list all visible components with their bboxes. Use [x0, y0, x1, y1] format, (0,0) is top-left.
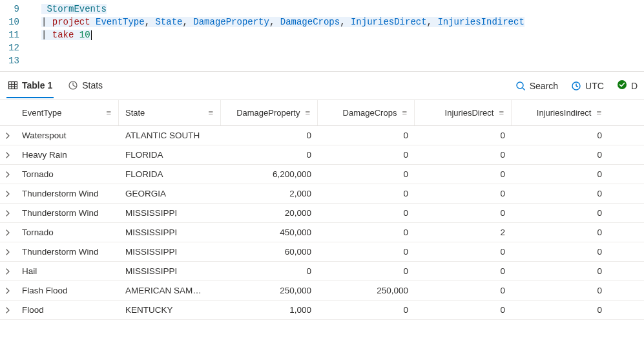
- cell-damagecrops: 0: [318, 247, 415, 257]
- table-row[interactable]: Thunderstorm WindGEORGIA2,000000: [0, 184, 644, 204]
- table-row[interactable]: Thunderstorm WindMISSISSIPPI60,000000: [0, 242, 644, 262]
- code-token: ,: [427, 17, 438, 27]
- cell-state: MISSISSIPPI: [119, 208, 221, 218]
- text-cursor: [91, 30, 92, 40]
- code-line[interactable]: 11| take 10: [0, 28, 644, 41]
- table-row[interactable]: Flash FloodAMERICAN SAM…250,000250,00000: [0, 281, 644, 301]
- tab-table[interactable]: Table 1: [6, 74, 54, 98]
- table-row[interactable]: Heavy RainFLORIDA0000: [0, 145, 644, 165]
- code-token: |: [41, 30, 52, 40]
- cell-injuriesindirect: 0: [512, 208, 608, 218]
- row-expander[interactable]: [0, 191, 16, 197]
- column-menu-icon[interactable]: ≡: [305, 108, 311, 118]
- code-line[interactable]: 13: [0, 54, 644, 67]
- chevron-right-icon: [5, 171, 11, 178]
- utc-button[interactable]: UTC: [571, 81, 604, 91]
- chevron-right-icon: [5, 132, 11, 139]
- cell-damagecrops: 0: [318, 208, 415, 218]
- cell-damagecrops: 0: [318, 169, 415, 179]
- cell-injuriesindirect: 0: [512, 228, 608, 237]
- row-expander[interactable]: [0, 152, 16, 158]
- cell-damageproperty: 0: [221, 131, 318, 140]
- cell-injuriesdirect: 0: [415, 131, 512, 140]
- chevron-right-icon: [5, 307, 11, 313]
- cell-injuriesdirect: 0: [415, 189, 512, 198]
- table-row[interactable]: Thunderstorm WindMISSISSIPPI20,000000: [0, 204, 644, 223]
- row-expander[interactable]: [0, 268, 16, 275]
- line-number: 12: [0, 43, 28, 53]
- cell-state: FLORIDA: [119, 150, 221, 160]
- table-row[interactable]: TornadoFLORIDA6,200,000000: [0, 165, 644, 184]
- row-expander[interactable]: [0, 249, 16, 255]
- row-expander[interactable]: [0, 229, 16, 236]
- table-row[interactable]: WaterspoutATLANTIC SOUTH0000: [0, 126, 644, 145]
- cell-damageproperty: 0: [221, 266, 318, 276]
- cell-injuriesindirect: 0: [512, 305, 608, 315]
- cell-injuriesindirect: 0: [512, 150, 608, 160]
- code-content[interactable]: | take 10: [28, 30, 92, 40]
- code-line[interactable]: 10| project EventType, State, DamageProp…: [0, 16, 644, 28]
- code-token: DamageProperty: [193, 17, 269, 27]
- code-token: 10: [79, 30, 90, 40]
- svg-point-13: [618, 80, 627, 89]
- column-menu-icon[interactable]: ≡: [106, 108, 112, 118]
- row-expander[interactable]: [0, 132, 16, 139]
- code-token: InjuriesDirect: [351, 17, 427, 27]
- cell-injuriesindirect: 0: [512, 286, 608, 295]
- code-token: DamageCrops: [280, 17, 340, 27]
- column-header-eventtype[interactable]: EventType≡: [16, 100, 119, 125]
- cell-damageproperty: 450,000: [221, 228, 318, 237]
- search-button[interactable]: Search: [515, 81, 558, 91]
- cell-injuriesindirect: 0: [512, 266, 608, 276]
- line-number: 9: [0, 4, 28, 14]
- cell-eventtype: Thunderstorm Wind: [16, 208, 119, 218]
- cell-state: MISSISSIPPI: [119, 228, 221, 237]
- cell-injuriesdirect: 0: [415, 305, 512, 315]
- column-header-damageproperty[interactable]: DamageProperty≡: [221, 100, 318, 125]
- cell-injuriesindirect: 0: [512, 189, 608, 198]
- column-header-state[interactable]: State≡: [119, 100, 221, 125]
- table-row[interactable]: HailMISSISSIPPI0000: [0, 262, 644, 281]
- cell-damagecrops: 0: [318, 266, 415, 276]
- cell-state: MISSISSIPPI: [119, 247, 221, 257]
- chevron-right-icon: [5, 288, 11, 294]
- column-header-injuriesdirect[interactable]: InjuriesDirect≡: [415, 100, 512, 125]
- cell-eventtype: Tornado: [16, 169, 119, 179]
- table-icon: [8, 80, 18, 90]
- check-circle-icon: [617, 79, 627, 92]
- row-expander[interactable]: [0, 210, 16, 217]
- cell-damagecrops: 0: [318, 228, 415, 237]
- code-content[interactable]: StormEvents: [28, 4, 107, 14]
- column-menu-icon[interactable]: ≡: [402, 108, 408, 118]
- status-indicator[interactable]: D: [617, 79, 638, 92]
- grid-body: WaterspoutATLANTIC SOUTH0000Heavy RainFL…: [0, 126, 644, 320]
- column-header-label: InjuriesDirect: [445, 108, 494, 118]
- column-header-injuriesindirect[interactable]: InjuriesIndirect≡: [512, 100, 608, 125]
- tab-stats[interactable]: Stats: [67, 74, 104, 98]
- code-token: ,: [182, 17, 193, 27]
- column-menu-icon[interactable]: ≡: [499, 108, 504, 118]
- cell-eventtype: Thunderstorm Wind: [16, 247, 119, 257]
- tab-table-label: Table 1: [22, 80, 52, 90]
- column-menu-icon[interactable]: ≡: [596, 108, 602, 118]
- cell-damagecrops: 0: [318, 150, 415, 160]
- cell-damagecrops: 250,000: [318, 286, 415, 295]
- cell-state: MISSISSIPPI: [119, 266, 221, 276]
- column-menu-icon[interactable]: ≡: [208, 108, 214, 118]
- code-content[interactable]: | project EventType, State, DamageProper…: [28, 17, 525, 27]
- row-expander[interactable]: [0, 288, 16, 294]
- row-expander[interactable]: [0, 171, 16, 178]
- code-line[interactable]: 12: [0, 41, 644, 54]
- chevron-right-icon: [5, 249, 11, 255]
- table-row[interactable]: FloodKENTUCKY1,000000: [0, 301, 644, 320]
- query-editor[interactable]: 9 StormEvents10| project EventType, Stat…: [0, 0, 644, 72]
- row-expander[interactable]: [0, 307, 16, 313]
- code-line[interactable]: 9 StormEvents: [0, 3, 644, 16]
- line-number: 11: [0, 30, 28, 40]
- cell-damageproperty: 1,000: [221, 305, 318, 315]
- table-row[interactable]: TornadoMISSISSIPPI450,000020: [0, 223, 644, 242]
- cell-injuriesdirect: 0: [415, 169, 512, 179]
- column-header-damagecrops[interactable]: DamageCrops≡: [318, 100, 415, 125]
- cell-eventtype: Flash Flood: [16, 286, 119, 295]
- code-token: |: [41, 17, 52, 27]
